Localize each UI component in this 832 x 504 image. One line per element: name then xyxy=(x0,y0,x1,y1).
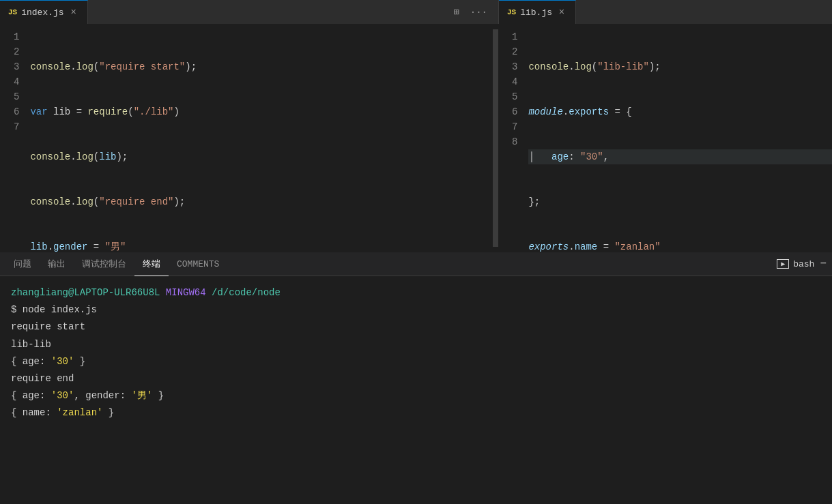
terminal-actions: ▶ bash − xyxy=(777,258,827,270)
terminal-cmd: $ node index.js xyxy=(11,301,821,318)
right-code-content: console.log("lib-lib"); module.exports =… xyxy=(528,29,832,247)
tab-comments[interactable]: COMMENTS xyxy=(169,252,227,276)
right-editor-content: 1 2 3 4 5 6 7 8 console.log("lib-lib"); … xyxy=(498,24,832,252)
r-code-line-1: console.log("lib-lib"); xyxy=(528,59,832,74)
code-line-3: console.log(lib); xyxy=(30,149,493,164)
tab-problems[interactable]: 问题 xyxy=(5,252,40,276)
left-tab-bar: JS index.js × ⊞ ··· xyxy=(0,0,498,24)
terminal-tab-bar: 问题 输出 调试控制台 终端 COMMENTS ▶ bash − xyxy=(0,252,832,276)
left-scrollbar[interactable] xyxy=(493,29,498,247)
terminal-prompt: zhangliang@LAPTOP-ULR66U8L MINGW64 /d/co… xyxy=(11,284,821,301)
terminal-output-4: require end xyxy=(11,370,821,387)
terminal-output-5: { age: '30', gender: '男' } xyxy=(11,387,821,404)
right-tab-bar: JS lib.js × xyxy=(498,0,832,24)
tab-output[interactable]: 输出 xyxy=(40,252,74,276)
tab-left-filename: index.js xyxy=(21,8,63,18)
split-editor-btn[interactable]: ⊞ xyxy=(450,5,461,19)
left-editor-content: 1 2 3 4 5 6 7 console.log("require start… xyxy=(0,24,498,252)
terminal-output-3: { age: '30' } xyxy=(11,353,821,370)
code-line-4: console.log("require end"); xyxy=(30,194,493,209)
bash-indicator: ▶ bash xyxy=(777,259,814,269)
tab-lib-js[interactable]: JS lib.js × xyxy=(499,0,576,24)
code-line-2: var lib = require("./lib") xyxy=(30,104,493,119)
terminal-output-1: require start xyxy=(11,318,821,336)
r-code-line-5: exports.name = "zanlan" xyxy=(528,239,832,252)
close-left-tab[interactable]: × xyxy=(68,7,79,18)
close-right-tab[interactable]: × xyxy=(556,7,567,18)
tab-right-filename: lib.js xyxy=(520,8,552,18)
right-line-numbers: 1 2 3 4 5 6 7 8 xyxy=(498,29,528,247)
editor-toolbar: ⊞ ··· xyxy=(450,5,498,19)
terminal-output-2: lib-lib xyxy=(11,336,821,353)
code-line-1: console.log("require start"); xyxy=(30,59,493,74)
more-actions-btn[interactable]: ··· xyxy=(468,5,490,19)
js-icon-right: JS xyxy=(507,8,516,16)
tab-index-js[interactable]: JS index.js × xyxy=(0,0,88,24)
terminal-type-icon: ▶ xyxy=(777,259,789,269)
r-code-line-3: │ age: "30", xyxy=(528,149,832,164)
terminal-area: 问题 输出 调试控制台 终端 COMMENTS ▶ bash − zhangli… xyxy=(0,252,832,504)
r-code-line-2: module.exports = { xyxy=(528,104,832,119)
terminal-user: zhangliang@LAPTOP-ULR66U8L xyxy=(11,284,160,301)
left-line-numbers: 1 2 3 4 5 6 7 xyxy=(0,29,30,247)
tab-debug-console[interactable]: 调试控制台 xyxy=(74,252,134,276)
left-code-content: console.log("require start"); var lib = … xyxy=(30,29,493,247)
r-code-line-4: }; xyxy=(528,194,832,209)
terminal-output-6: { name: 'zanlan' } xyxy=(11,404,821,421)
code-line-5: lib.gender = "男" xyxy=(30,239,493,252)
terminal-dir: /d/code/node xyxy=(212,284,281,301)
terminal-path: MINGW64 xyxy=(166,284,206,301)
terminal-content: zhangliang@LAPTOP-ULR66U8L MINGW64 /d/co… xyxy=(0,276,832,504)
js-icon-left: JS xyxy=(8,8,17,16)
tab-terminal[interactable]: 终端 xyxy=(134,252,169,276)
minimize-terminal-btn[interactable]: − xyxy=(820,258,827,270)
bash-label: bash xyxy=(793,259,814,269)
